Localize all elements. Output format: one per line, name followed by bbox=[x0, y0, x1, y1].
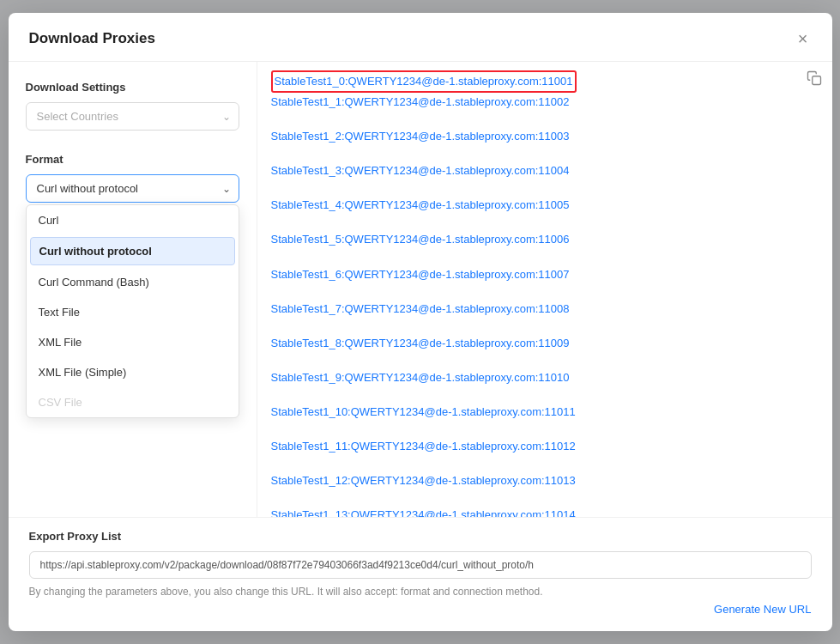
list-item: StableTest1_9:QWERTY1234@de-1.stableprox… bbox=[271, 368, 795, 387]
list-item: StableTest1_4:QWERTY1234@de-1.stableprox… bbox=[271, 196, 795, 215]
format-section: Format Curl without protocol ⌄ Curl Curl… bbox=[26, 153, 239, 203]
format-dropdown-menu: Curl Curl without protocol Curl Command … bbox=[26, 204, 239, 418]
modal: Download Proxies × Download Settings Sel… bbox=[9, 13, 832, 631]
right-panel: StableTest1_0:QWERTY1234@de-1.stableprox… bbox=[257, 62, 832, 517]
dropdown-item-curl[interactable]: Curl bbox=[27, 205, 239, 235]
modal-body: Download Settings Select Countries ⌄ For… bbox=[9, 62, 832, 517]
close-button[interactable]: × bbox=[795, 28, 812, 49]
country-select-wrapper: Select Countries ⌄ bbox=[26, 102, 239, 131]
list-item: StableTest1_8:QWERTY1234@de-1.stableprox… bbox=[271, 334, 795, 353]
dropdown-item-csv-file[interactable]: CSV File bbox=[27, 387, 239, 417]
modal-overlay: Download Proxies × Download Settings Sel… bbox=[0, 0, 840, 644]
list-item: StableTest1_2:QWERTY1234@de-1.stableprox… bbox=[271, 127, 795, 146]
list-item: StableTest1_13:QWERTY1234@de-1.stablepro… bbox=[271, 506, 795, 517]
modal-title: Download Proxies bbox=[29, 30, 155, 47]
format-select-wrapper: Curl without protocol ⌄ Curl Curl withou… bbox=[26, 174, 239, 203]
list-item: StableTest1_7:QWERTY1234@de-1.stableprox… bbox=[271, 300, 795, 319]
list-item: StableTest1_10:QWERTY1234@de-1.stablepro… bbox=[271, 403, 795, 422]
list-item: StableTest1_6:QWERTY1234@de-1.stableprox… bbox=[271, 265, 795, 284]
dropdown-item-text-file[interactable]: Text File bbox=[27, 297, 239, 327]
country-select[interactable]: Select Countries bbox=[26, 102, 239, 131]
modal-header: Download Proxies × bbox=[9, 13, 832, 62]
settings-label: Download Settings bbox=[26, 81, 239, 94]
list-item: StableTest1_3:QWERTY1234@de-1.stableprox… bbox=[271, 161, 795, 180]
dropdown-item-curl-without-protocol[interactable]: Curl without protocol bbox=[30, 237, 235, 265]
proxy-list-area: StableTest1_0:QWERTY1234@de-1.stableprox… bbox=[257, 62, 832, 517]
modal-footer: Export Proxy List By changing the parame… bbox=[9, 517, 832, 631]
export-url-input[interactable] bbox=[29, 551, 812, 579]
export-label: Export Proxy List bbox=[29, 530, 812, 543]
left-panel: Download Settings Select Countries ⌄ For… bbox=[9, 62, 257, 517]
export-url-row bbox=[29, 551, 812, 579]
list-item: StableTest1_0:QWERTY1234@de-1.stableprox… bbox=[271, 70, 577, 93]
list-item: StableTest1_12:QWERTY1234@de-1.stablepro… bbox=[271, 471, 795, 490]
list-item: StableTest1_5:QWERTY1234@de-1.stableprox… bbox=[271, 230, 795, 249]
list-item: StableTest1_11:QWERTY1234@de-1.stablepro… bbox=[271, 437, 795, 456]
format-select[interactable]: Curl without protocol bbox=[26, 174, 239, 203]
hint-text: By changing the parameters above, you al… bbox=[29, 586, 812, 598]
dropdown-item-xml-file-simple[interactable]: XML File (Simple) bbox=[27, 357, 239, 387]
list-item: StableTest1_1:QWERTY1234@de-1.stableprox… bbox=[271, 93, 795, 112]
generate-url-button[interactable]: Generate New URL bbox=[714, 603, 811, 616]
dropdown-item-curl-command[interactable]: Curl Command (Bash) bbox=[27, 267, 239, 297]
format-label: Format bbox=[26, 153, 239, 166]
dropdown-item-xml-file[interactable]: XML File bbox=[27, 327, 239, 357]
